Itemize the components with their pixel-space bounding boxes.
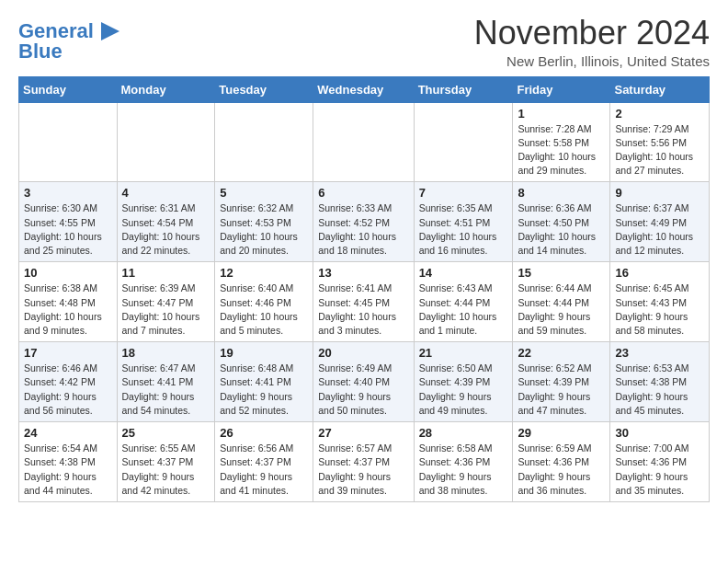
day-number: 6 bbox=[318, 186, 408, 200]
day-info: Sunrise: 6:59 AMSunset: 4:36 PMDaylight:… bbox=[518, 442, 605, 498]
day-info: Sunrise: 6:44 AMSunset: 4:44 PMDaylight:… bbox=[518, 282, 605, 338]
title-block: November 2024 New Berlin, Illinois, Unit… bbox=[474, 15, 710, 69]
day-number: 17 bbox=[24, 346, 112, 360]
day-info: Sunrise: 6:38 AMSunset: 4:48 PMDaylight:… bbox=[24, 282, 112, 338]
table-row: 12Sunrise: 6:40 AMSunset: 4:46 PMDayligh… bbox=[215, 262, 313, 342]
day-info: Sunrise: 6:43 AMSunset: 4:44 PMDaylight:… bbox=[419, 282, 508, 338]
table-row: 6Sunrise: 6:33 AMSunset: 4:52 PMDaylight… bbox=[313, 182, 414, 262]
svg-marker-0 bbox=[101, 22, 119, 40]
table-row bbox=[414, 102, 513, 182]
day-info: Sunrise: 7:29 AMSunset: 5:56 PMDaylight:… bbox=[615, 122, 704, 178]
table-row: 11Sunrise: 6:39 AMSunset: 4:47 PMDayligh… bbox=[117, 262, 215, 342]
logo: General Blue bbox=[18, 18, 123, 63]
day-info: Sunrise: 6:32 AMSunset: 4:53 PMDaylight:… bbox=[220, 201, 308, 258]
day-info: Sunrise: 6:54 AMSunset: 4:38 PMDaylight:… bbox=[24, 442, 112, 498]
day-number: 16 bbox=[615, 266, 704, 280]
day-number: 9 bbox=[615, 186, 704, 200]
table-row bbox=[117, 102, 215, 182]
logo-icon bbox=[97, 18, 123, 44]
day-info: Sunrise: 6:55 AMSunset: 4:37 PMDaylight:… bbox=[122, 442, 210, 498]
table-row: 30Sunrise: 7:00 AMSunset: 4:36 PMDayligh… bbox=[610, 422, 710, 502]
day-info: Sunrise: 6:53 AMSunset: 4:38 PMDaylight:… bbox=[615, 362, 704, 418]
day-number: 30 bbox=[615, 426, 704, 440]
table-row: 9Sunrise: 6:37 AMSunset: 4:49 PMDaylight… bbox=[610, 182, 710, 262]
calendar-page: General Blue November 2024 New Berlin, I… bbox=[0, 0, 728, 517]
day-number: 10 bbox=[24, 266, 112, 280]
day-info: Sunrise: 6:41 AMSunset: 4:45 PMDaylight:… bbox=[318, 282, 408, 338]
day-info: Sunrise: 6:50 AMSunset: 4:39 PMDaylight:… bbox=[419, 362, 508, 418]
day-number: 1 bbox=[518, 107, 605, 121]
day-number: 5 bbox=[220, 186, 308, 200]
day-number: 27 bbox=[318, 426, 408, 440]
table-row: 27Sunrise: 6:57 AMSunset: 4:37 PMDayligh… bbox=[313, 422, 414, 502]
table-row bbox=[19, 102, 118, 182]
day-number: 22 bbox=[518, 346, 605, 360]
day-number: 13 bbox=[318, 266, 408, 280]
table-row: 7Sunrise: 6:35 AMSunset: 4:51 PMDaylight… bbox=[414, 182, 513, 262]
day-info: Sunrise: 7:00 AMSunset: 4:36 PMDaylight:… bbox=[615, 442, 704, 498]
table-row: 22Sunrise: 6:52 AMSunset: 4:39 PMDayligh… bbox=[513, 342, 610, 422]
table-row: 24Sunrise: 6:54 AMSunset: 4:38 PMDayligh… bbox=[19, 422, 118, 502]
table-row: 28Sunrise: 6:58 AMSunset: 4:36 PMDayligh… bbox=[414, 422, 513, 502]
day-number: 24 bbox=[24, 426, 112, 440]
day-number: 23 bbox=[615, 346, 704, 360]
header-wednesday: Wednesday bbox=[313, 76, 414, 102]
header-thursday: Thursday bbox=[414, 76, 513, 102]
day-info: Sunrise: 6:58 AMSunset: 4:36 PMDaylight:… bbox=[419, 442, 508, 498]
table-row: 13Sunrise: 6:41 AMSunset: 4:45 PMDayligh… bbox=[313, 262, 414, 342]
table-row: 18Sunrise: 6:47 AMSunset: 4:41 PMDayligh… bbox=[117, 342, 215, 422]
calendar-week-row: 3Sunrise: 6:30 AMSunset: 4:55 PMDaylight… bbox=[19, 182, 710, 262]
day-info: Sunrise: 6:39 AMSunset: 4:47 PMDaylight:… bbox=[122, 282, 210, 338]
day-number: 3 bbox=[24, 186, 112, 200]
header-monday: Monday bbox=[117, 76, 215, 102]
header-saturday: Saturday bbox=[610, 76, 710, 102]
day-info: Sunrise: 6:31 AMSunset: 4:54 PMDaylight:… bbox=[122, 201, 210, 258]
calendar-week-row: 24Sunrise: 6:54 AMSunset: 4:38 PMDayligh… bbox=[19, 422, 710, 502]
day-info: Sunrise: 6:33 AMSunset: 4:52 PMDaylight:… bbox=[318, 201, 408, 258]
table-row: 1Sunrise: 7:28 AMSunset: 5:58 PMDaylight… bbox=[513, 102, 610, 182]
table-row: 5Sunrise: 6:32 AMSunset: 4:53 PMDaylight… bbox=[215, 182, 313, 262]
table-row: 2Sunrise: 7:29 AMSunset: 5:56 PMDaylight… bbox=[610, 102, 710, 182]
day-number: 19 bbox=[220, 346, 308, 360]
table-row bbox=[313, 102, 414, 182]
table-row: 23Sunrise: 6:53 AMSunset: 4:38 PMDayligh… bbox=[610, 342, 710, 422]
table-row: 8Sunrise: 6:36 AMSunset: 4:50 PMDaylight… bbox=[513, 182, 610, 262]
day-info: Sunrise: 6:57 AMSunset: 4:37 PMDaylight:… bbox=[318, 442, 408, 498]
table-row: 26Sunrise: 6:56 AMSunset: 4:37 PMDayligh… bbox=[215, 422, 313, 502]
table-row: 17Sunrise: 6:46 AMSunset: 4:42 PMDayligh… bbox=[19, 342, 118, 422]
month-title: November 2024 bbox=[474, 15, 710, 52]
table-row: 3Sunrise: 6:30 AMSunset: 4:55 PMDaylight… bbox=[19, 182, 118, 262]
location: New Berlin, Illinois, United States bbox=[474, 53, 710, 69]
table-row: 19Sunrise: 6:48 AMSunset: 4:41 PMDayligh… bbox=[215, 342, 313, 422]
day-info: Sunrise: 6:40 AMSunset: 4:46 PMDaylight:… bbox=[220, 282, 308, 338]
day-info: Sunrise: 7:28 AMSunset: 5:58 PMDaylight:… bbox=[518, 122, 605, 178]
table-row: 16Sunrise: 6:45 AMSunset: 4:43 PMDayligh… bbox=[610, 262, 710, 342]
header-friday: Friday bbox=[513, 76, 610, 102]
day-info: Sunrise: 6:48 AMSunset: 4:41 PMDaylight:… bbox=[220, 362, 308, 418]
table-row: 4Sunrise: 6:31 AMSunset: 4:54 PMDaylight… bbox=[117, 182, 215, 262]
logo-blue: Blue bbox=[18, 40, 63, 63]
day-number: 4 bbox=[122, 186, 210, 200]
day-number: 18 bbox=[122, 346, 210, 360]
day-number: 21 bbox=[419, 346, 508, 360]
table-row: 25Sunrise: 6:55 AMSunset: 4:37 PMDayligh… bbox=[117, 422, 215, 502]
day-info: Sunrise: 6:45 AMSunset: 4:43 PMDaylight:… bbox=[615, 282, 704, 338]
day-info: Sunrise: 6:46 AMSunset: 4:42 PMDaylight:… bbox=[24, 362, 112, 418]
day-info: Sunrise: 6:49 AMSunset: 4:40 PMDaylight:… bbox=[318, 362, 408, 418]
calendar-table: Sunday Monday Tuesday Wednesday Thursday… bbox=[18, 76, 710, 502]
day-info: Sunrise: 6:36 AMSunset: 4:50 PMDaylight:… bbox=[518, 201, 605, 258]
day-info: Sunrise: 6:30 AMSunset: 4:55 PMDaylight:… bbox=[24, 201, 112, 258]
calendar-week-row: 1Sunrise: 7:28 AMSunset: 5:58 PMDaylight… bbox=[19, 102, 710, 182]
day-number: 28 bbox=[419, 426, 508, 440]
table-row: 20Sunrise: 6:49 AMSunset: 4:40 PMDayligh… bbox=[313, 342, 414, 422]
day-number: 8 bbox=[518, 186, 605, 200]
day-info: Sunrise: 6:47 AMSunset: 4:41 PMDaylight:… bbox=[122, 362, 210, 418]
day-info: Sunrise: 6:37 AMSunset: 4:49 PMDaylight:… bbox=[615, 201, 704, 258]
table-row: 29Sunrise: 6:59 AMSunset: 4:36 PMDayligh… bbox=[513, 422, 610, 502]
day-number: 29 bbox=[518, 426, 605, 440]
day-info: Sunrise: 6:35 AMSunset: 4:51 PMDaylight:… bbox=[419, 201, 508, 258]
page-header: General Blue November 2024 New Berlin, I… bbox=[18, 15, 710, 69]
table-row: 21Sunrise: 6:50 AMSunset: 4:39 PMDayligh… bbox=[414, 342, 513, 422]
day-number: 20 bbox=[318, 346, 408, 360]
weekday-header-row: Sunday Monday Tuesday Wednesday Thursday… bbox=[19, 76, 710, 102]
